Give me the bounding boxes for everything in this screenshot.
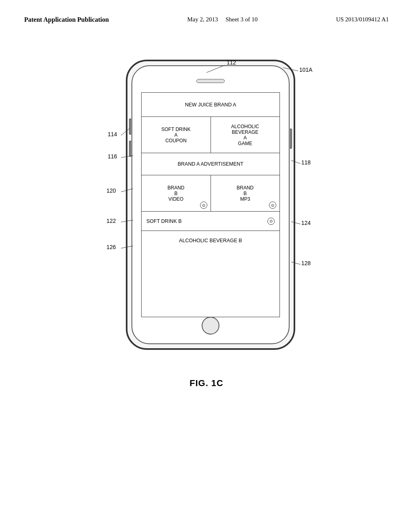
brand-b-video-cell[interactable]: BRANDBVIDEO ⊙	[142, 175, 211, 211]
phone-speaker	[196, 79, 225, 83]
brand-b-mp3-arrow[interactable]: ⊙	[269, 202, 276, 209]
figure-caption: FIG. 1C	[190, 378, 223, 389]
ref-101a-label: 101A	[299, 66, 313, 73]
ref-124-label: 124	[301, 220, 311, 226]
brand-b-mp3-cell[interactable]: BRANDBMP3 ⊙	[211, 175, 280, 211]
soft-drink-coupon-text: SOFT DRINKACOUPON	[161, 127, 190, 143]
patent-header: Patent Application Publication May 2, 20…	[0, 0, 413, 31]
ref-120-label: 120	[106, 187, 116, 194]
ref-114-label: 114	[108, 131, 117, 137]
screen-row-1[interactable]: NEW JUICE BRAND A	[142, 93, 280, 117]
phone-inner-shell: NEW JUICE BRAND A SOFT DRINKACOUPON ALCO…	[131, 65, 290, 344]
ref-116-label: 116	[108, 153, 117, 160]
header-sheet: Sheet 3 of 10	[225, 16, 258, 23]
patent-header-right: US 2013/0109412 A1	[336, 16, 389, 23]
screen-row-5[interactable]: SOFT DRINK B ⊙	[142, 212, 280, 231]
screen-row-6[interactable]: ALCOHOLIC BEVERAGE B	[142, 231, 280, 250]
ref-126-label: 126	[106, 244, 116, 250]
brand-b-video-text: BRANDBVIDEO	[167, 185, 184, 202]
alcoholic-beverage-b-text: ALCOHOLIC BEVERAGE B	[179, 238, 242, 243]
ref-122-label: 122	[106, 218, 116, 224]
new-juice-brand-a-cell[interactable]: NEW JUICE BRAND A	[142, 93, 280, 116]
screen-row-4[interactable]: BRANDBVIDEO ⊙ BRANDBMP3 ⊙	[142, 175, 280, 212]
ref-128-label: 128	[301, 260, 311, 266]
home-button[interactable]	[202, 317, 219, 335]
power-button[interactable]	[290, 129, 292, 149]
brand-a-advertisement-cell[interactable]: BRAND A ADVERTISEMENT	[142, 153, 280, 175]
screen-row-3[interactable]: BRAND A ADVERTISEMENT	[142, 153, 280, 175]
alcoholic-beverage-b-cell[interactable]: ALCOHOLIC BEVERAGE B	[142, 231, 280, 250]
screen-row-2[interactable]: SOFT DRINKACOUPON ALCOHOLICBEVERAGEAGAME	[142, 117, 280, 153]
ref-118-label: 118	[301, 159, 311, 166]
figure-area: NEW JUICE BRAND A SOFT DRINKACOUPON ALCO…	[0, 48, 413, 389]
phone-screen: NEW JUICE BRAND A SOFT DRINKACOUPON ALCO…	[141, 92, 280, 317]
soft-drink-coupon-cell[interactable]: SOFT DRINKACOUPON	[142, 117, 211, 153]
alcoholic-beverage-game-cell[interactable]: ALCOHOLICBEVERAGEAGAME	[211, 117, 280, 153]
phone-outer-shell: NEW JUICE BRAND A SOFT DRINKACOUPON ALCO…	[126, 60, 295, 350]
brand-b-mp3-text: BRANDBMP3	[237, 185, 254, 202]
soft-drink-b-text: SOFT DRINK B	[146, 218, 181, 224]
soft-drink-b-arrow[interactable]: ⊙	[267, 218, 275, 225]
volume-button-top[interactable]	[129, 118, 131, 135]
soft-drink-b-cell[interactable]: SOFT DRINK B ⊙	[142, 212, 280, 231]
brand-a-advertisement-text: BRAND A ADVERTISEMENT	[177, 161, 243, 167]
alcoholic-beverage-game-text: ALCOHOLICBEVERAGEAGAME	[231, 124, 259, 146]
header-date: May 2, 2013	[187, 16, 218, 23]
patent-header-left: Patent Application Publication	[24, 16, 109, 23]
volume-button-bottom[interactable]	[129, 141, 131, 157]
brand-b-video-arrow[interactable]: ⊙	[200, 202, 207, 209]
patent-header-center: May 2, 2013 Sheet 3 of 10	[187, 16, 258, 23]
new-juice-brand-a-text: NEW JUICE BRAND A	[185, 102, 236, 108]
